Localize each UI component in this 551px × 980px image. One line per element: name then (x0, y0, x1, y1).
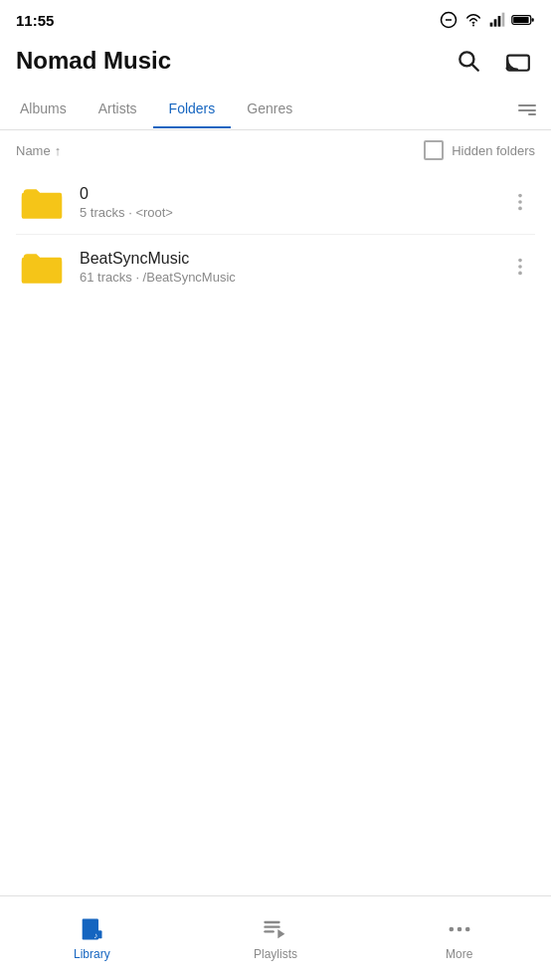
folder-info: 0 5 tracks · <root> (68, 185, 505, 220)
dnd-icon (440, 11, 458, 29)
hidden-folders-checkbox[interactable] (424, 140, 444, 160)
svg-rect-8 (513, 17, 528, 23)
folder-more-button[interactable] (505, 183, 535, 221)
svg-line-11 (472, 65, 478, 71)
svg-point-19 (518, 207, 522, 211)
svg-rect-4 (494, 19, 497, 26)
folder-name: BeatSyncMusic (80, 250, 505, 268)
app-title: Nomad Music (16, 47, 171, 75)
svg-point-20 (518, 259, 522, 263)
status-time: 11:55 (16, 12, 54, 29)
svg-text:♪: ♪ (94, 931, 98, 940)
folder-meta: 5 tracks · <root> (80, 205, 505, 220)
svg-point-32 (449, 927, 454, 932)
header: Nomad Music (0, 36, 551, 90)
folder-name: 0 (80, 185, 505, 203)
cast-button[interactable] (501, 44, 535, 78)
svg-point-33 (457, 927, 461, 932)
tab-folders[interactable]: Folders (153, 91, 232, 128)
sort-direction-icon: ↑ (55, 143, 62, 158)
nav-item-library[interactable]: ♪ Library (0, 896, 184, 980)
sort-button[interactable]: Name ↑ (16, 143, 61, 158)
more-vert-icon (509, 191, 531, 213)
more-horiz-icon (446, 915, 473, 943)
nav-label-playlists: Playlists (254, 947, 297, 961)
wifi-icon (463, 12, 483, 28)
more-vert-icon (509, 256, 531, 278)
tab-albums[interactable]: Albums (4, 91, 83, 128)
status-icons (440, 11, 535, 29)
nav-label-more: More (446, 947, 472, 961)
search-icon (456, 48, 481, 74)
svg-point-22 (518, 272, 522, 276)
folder-shape-icon (20, 182, 64, 222)
library-icon: ♪ (78, 915, 105, 943)
tab-scroll-button[interactable] (507, 90, 547, 129)
header-actions (452, 44, 535, 78)
cast-icon (505, 48, 531, 74)
folder-icon (16, 245, 68, 289)
bottom-nav: ♪ Library Playlists More (0, 895, 551, 980)
sort-label-text: Name (16, 143, 51, 158)
svg-rect-3 (490, 23, 493, 27)
svg-point-17 (518, 194, 522, 198)
nav-label-library: Library (74, 947, 110, 961)
svg-point-18 (518, 200, 522, 204)
folder-info: BeatSyncMusic 61 tracks · /BeatSyncMusic (68, 250, 505, 285)
svg-point-13 (506, 67, 509, 70)
folder-shape-icon (20, 247, 64, 287)
tab-artists[interactable]: Artists (83, 91, 153, 128)
playlists-icon (262, 915, 289, 943)
svg-rect-9 (532, 18, 534, 21)
sort-bar: Name ↑ Hidden folders (0, 130, 551, 170)
table-row[interactable]: 0 5 tracks · <root> (0, 170, 551, 234)
folder-meta: 61 tracks · /BeatSyncMusic (80, 270, 505, 285)
svg-marker-31 (277, 929, 284, 938)
search-button[interactable] (452, 44, 485, 78)
battery-icon (511, 13, 535, 27)
tab-bar: Albums Artists Folders Genres (0, 90, 551, 130)
svg-point-34 (465, 927, 470, 932)
folder-more-button[interactable] (505, 248, 535, 286)
folder-icon (16, 180, 68, 224)
svg-rect-25 (85, 927, 91, 929)
svg-rect-24 (85, 922, 92, 924)
tab-genres[interactable]: Genres (231, 91, 308, 128)
svg-point-2 (472, 24, 474, 26)
svg-point-21 (518, 265, 522, 269)
hidden-folders-row: Hidden folders (424, 140, 535, 160)
hidden-folders-label: Hidden folders (452, 143, 535, 158)
tab-scroll-icon (515, 98, 539, 121)
nav-item-more[interactable]: More (367, 896, 551, 980)
signal-icon (489, 12, 505, 28)
status-bar: 11:55 (0, 0, 551, 36)
svg-rect-5 (498, 16, 501, 27)
table-row[interactable]: BeatSyncMusic 61 tracks · /BeatSyncMusic (0, 235, 551, 298)
svg-rect-6 (502, 13, 505, 27)
folder-list: 0 5 tracks · <root> BeatSyncMusic (0, 170, 551, 298)
nav-item-playlists[interactable]: Playlists (184, 896, 368, 980)
